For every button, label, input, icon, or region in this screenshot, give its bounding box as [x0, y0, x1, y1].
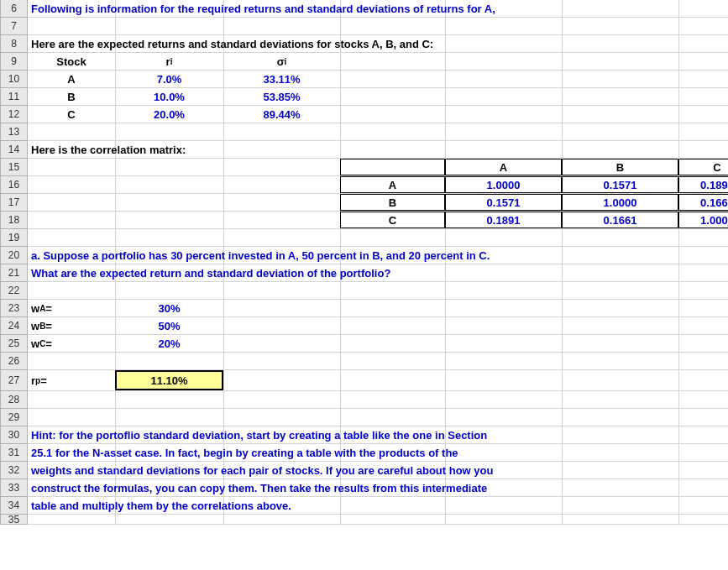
row-header[interactable]: 19: [0, 229, 28, 247]
section-heading: Here are the expected returns and standa…: [28, 38, 433, 50]
row-22[interactable]: 22: [0, 282, 728, 300]
corr-value: 0.1891: [678, 176, 728, 193]
row-header[interactable]: 29: [0, 409, 28, 426]
corr-col-header: B: [562, 159, 678, 175]
row-header[interactable]: 26: [0, 353, 28, 370]
row-header[interactable]: 27: [0, 370, 28, 391]
corr-value: 0.1661: [678, 194, 728, 211]
row-header[interactable]: 15: [0, 159, 28, 176]
row-8[interactable]: 8 Here are the expected returns and stan…: [0, 35, 728, 53]
table-header-r: ri: [115, 53, 223, 70]
section-heading: Here is the correlation matrix:: [28, 144, 186, 156]
row-header[interactable]: 11: [0, 88, 28, 106]
portfolio-return-label: rp =: [28, 370, 115, 390]
corr-value: 0.1891: [445, 212, 562, 228]
stock-sigma: 33.11%: [223, 71, 340, 87]
row-17[interactable]: 17 B 0.1571 1.0000 0.1661: [0, 194, 728, 212]
row-header[interactable]: 23: [0, 300, 28, 317]
row-header[interactable]: 12: [0, 106, 28, 123]
portfolio-return-cell[interactable]: 11.10%: [115, 370, 223, 390]
row-10[interactable]: 10 A 7.0% 33.11%: [0, 71, 728, 88]
row-13[interactable]: 13: [0, 123, 728, 141]
weight-label-a: wA =: [28, 300, 115, 316]
row-header[interactable]: 34: [0, 497, 28, 515]
row-21[interactable]: 21 What are the expected return and stan…: [0, 264, 728, 282]
row-header[interactable]: 20: [0, 247, 28, 264]
stock-name: A: [28, 71, 115, 87]
row-header[interactable]: 8: [0, 35, 28, 53]
row-28[interactable]: 28: [0, 391, 728, 409]
corr-value: 1.0000: [678, 212, 728, 228]
row-6[interactable]: 6 Following is information for the requi…: [0, 0, 728, 18]
row-11[interactable]: 11 B 10.0% 53.85%: [0, 88, 728, 106]
row-header[interactable]: 21: [0, 264, 28, 282]
corr-header-blank: [340, 159, 445, 175]
weight-label-c: wC =: [28, 335, 115, 352]
row-header[interactable]: 25: [0, 335, 28, 353]
row-26[interactable]: 26: [0, 353, 728, 370]
row-34[interactable]: 34 table and multiply them by the correl…: [0, 497, 728, 515]
row-9[interactable]: 9 Stock ri σi: [0, 53, 728, 71]
row-header[interactable]: 32: [0, 462, 28, 479]
stock-return: 10.0%: [115, 88, 223, 105]
row-32[interactable]: 32 weights and standard deviations for e…: [0, 462, 728, 479]
row-35[interactable]: 35: [0, 515, 728, 525]
row-header[interactable]: 6: [0, 0, 28, 18]
row-header[interactable]: 16: [0, 176, 28, 194]
stock-name: C: [28, 106, 115, 123]
corr-row-header: A: [340, 176, 445, 193]
row-23[interactable]: 23 wA = 30%: [0, 300, 728, 317]
row-7[interactable]: 7: [0, 18, 728, 35]
weight-value-b: 50%: [115, 317, 223, 334]
row-18[interactable]: 18 C 0.1891 0.1661 1.0000: [0, 212, 728, 229]
row-33[interactable]: 33 construct the formulas, you can copy …: [0, 479, 728, 497]
corr-value: 0.1571: [562, 176, 678, 193]
row-header[interactable]: 9: [0, 53, 28, 71]
weight-value-c: 20%: [115, 335, 223, 352]
hint-text: table and multiply them by the correlati…: [28, 499, 291, 512]
table-header-stock: Stock: [28, 53, 115, 70]
row-25[interactable]: 25 wC = 20%: [0, 335, 728, 353]
row-header[interactable]: 10: [0, 71, 28, 88]
row-header[interactable]: 31: [0, 444, 28, 462]
row-header[interactable]: 13: [0, 123, 28, 141]
row-header[interactable]: 7: [0, 18, 28, 35]
question-text: a. Suppose a portfolio has 30 percent in…: [28, 249, 490, 262]
weight-value-a: 30%: [115, 300, 223, 316]
hint-text: weights and standard deviations for each…: [28, 464, 493, 477]
row-header[interactable]: 14: [0, 141, 28, 159]
row-27[interactable]: 27 rp = 11.10%: [0, 370, 728, 391]
spreadsheet[interactable]: 6 Following is information for the requi…: [0, 0, 728, 525]
row-header[interactable]: 24: [0, 317, 28, 335]
row-31[interactable]: 31 25.1 for the N-asset case. In fact, b…: [0, 444, 728, 462]
stock-sigma: 89.44%: [223, 106, 340, 123]
stock-sigma: 53.85%: [223, 88, 340, 105]
corr-value: 1.0000: [445, 176, 562, 193]
row-29[interactable]: 29: [0, 409, 728, 426]
row-12[interactable]: 12 C 20.0% 89.44%: [0, 106, 728, 123]
row-15[interactable]: 15 A B C: [0, 159, 728, 176]
row-header[interactable]: 22: [0, 282, 28, 300]
corr-col-header: C: [678, 159, 728, 175]
row-14[interactable]: 14 Here is the correlation matrix:: [0, 141, 728, 159]
hint-text: 25.1 for the N-asset case. In fact, begi…: [28, 447, 458, 459]
row-header[interactable]: 17: [0, 194, 28, 212]
stock-name: B: [28, 88, 115, 105]
row-header[interactable]: 33: [0, 479, 28, 497]
row-header[interactable]: 35: [0, 515, 28, 525]
corr-row-header: B: [340, 194, 445, 211]
row-header[interactable]: 30: [0, 426, 28, 444]
row-30[interactable]: 30 Hint: for the portoflio standard devi…: [0, 426, 728, 444]
table-header-sigma: σi: [223, 53, 340, 70]
row-19[interactable]: 19: [0, 229, 728, 247]
row-16[interactable]: 16 A 1.0000 0.1571 0.1891: [0, 176, 728, 194]
corr-col-header: A: [445, 159, 562, 175]
row-24[interactable]: 24 wB = 50%: [0, 317, 728, 335]
row-header[interactable]: 18: [0, 212, 28, 229]
stock-return: 7.0%: [115, 71, 223, 87]
row-20[interactable]: 20 a. Suppose a portfolio has 30 percent…: [0, 247, 728, 264]
weight-label-b: wB =: [28, 317, 115, 334]
stock-return: 20.0%: [115, 106, 223, 123]
row-header[interactable]: 28: [0, 391, 28, 409]
corr-value: 0.1571: [445, 194, 562, 211]
